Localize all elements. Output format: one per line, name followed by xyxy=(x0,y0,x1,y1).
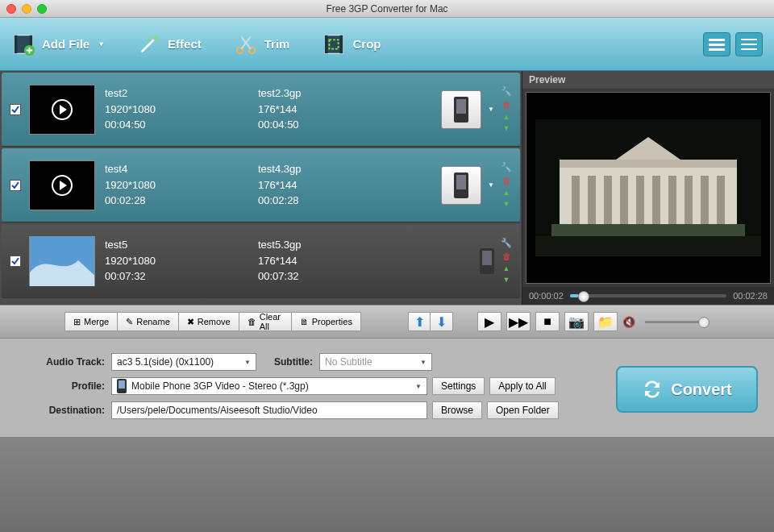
file-resolution: 1920*1080 xyxy=(105,102,258,118)
svg-rect-34 xyxy=(685,176,693,224)
properties-button[interactable]: 🗎Properties xyxy=(292,312,361,331)
volume-slider[interactable] xyxy=(645,321,710,323)
row-down-icon[interactable]: ▼ xyxy=(503,200,510,208)
check-icon xyxy=(10,105,20,114)
row-delete-icon[interactable]: 🗑 xyxy=(502,100,511,110)
file-thumbnail[interactable] xyxy=(29,160,95,210)
stop-icon: ■ xyxy=(543,314,551,329)
dropdown-caret-icon: ▼ xyxy=(98,40,105,48)
remove-button[interactable]: ✖Remove xyxy=(179,312,239,331)
snapshot-button[interactable]: 📷 xyxy=(564,312,589,331)
view-menu-button[interactable] xyxy=(735,32,763,56)
svg-rect-38 xyxy=(535,236,761,256)
svg-rect-24 xyxy=(560,160,737,232)
file-row[interactable]: test51920*108000:07:32test5.3gp176*14400… xyxy=(2,224,520,298)
file-thumbnail[interactable] xyxy=(29,85,95,135)
fast-forward-button[interactable]: ▶▶ xyxy=(506,312,531,331)
row-settings-icon[interactable]: 🔧 xyxy=(501,86,512,97)
folder-icon: 📁 xyxy=(597,314,614,330)
subtitle-dropdown[interactable]: No Subtitle▼ xyxy=(319,353,432,371)
file-row[interactable]: test41920*108000:02:28test4.3gp176*14400… xyxy=(2,148,520,222)
pencil-icon: ✎ xyxy=(126,317,133,327)
output-resolution: 176*144 xyxy=(258,253,379,269)
file-name: test2 xyxy=(105,85,258,102)
stop-button[interactable]: ■ xyxy=(535,312,560,331)
view-list-button[interactable] xyxy=(703,32,730,56)
move-down-button[interactable]: ⬇ xyxy=(431,312,453,331)
crop-label: Crop xyxy=(352,37,381,51)
svg-rect-14 xyxy=(741,44,757,45)
preview-video[interactable] xyxy=(526,92,771,284)
output-resolution: 176*144 xyxy=(258,177,379,193)
titlebar: Free 3GP Converter for Mac xyxy=(0,0,774,18)
open-folder-button[interactable]: Open Folder xyxy=(487,401,559,419)
settings-button[interactable]: Settings xyxy=(432,377,485,395)
audio-track-dropdown[interactable]: ac3 5.1(side) (0x1100)▼ xyxy=(111,353,256,371)
close-window-button[interactable] xyxy=(6,4,16,14)
trim-button[interactable]: Trim xyxy=(234,32,290,56)
row-up-icon[interactable]: ▲ xyxy=(503,113,510,121)
browse-button[interactable]: Browse xyxy=(432,401,482,419)
file-row[interactable]: test21920*108000:04:50test2.3gp176*14400… xyxy=(2,73,520,147)
merge-icon: ⊞ xyxy=(73,317,81,327)
main-area: test21920*108000:04:50test2.3gp176*14400… xyxy=(0,71,774,305)
svg-rect-17 xyxy=(456,99,466,114)
x-icon: ✖ xyxy=(187,317,194,327)
effect-button[interactable]: Effect xyxy=(137,32,202,56)
output-device-button[interactable] xyxy=(441,166,481,205)
convert-button[interactable]: Convert xyxy=(616,366,758,413)
trim-label: Trim xyxy=(264,37,290,51)
doc-icon: 🗎 xyxy=(300,317,309,326)
row-up-icon[interactable]: ▲ xyxy=(503,264,510,272)
row-down-icon[interactable]: ▼ xyxy=(503,124,510,132)
svg-rect-1 xyxy=(15,35,18,53)
apply-to-all-button[interactable]: Apply to All xyxy=(489,377,555,395)
rename-label: Rename xyxy=(136,317,170,326)
play-button[interactable]: ▶ xyxy=(477,312,501,331)
file-duration: 00:07:32 xyxy=(105,268,258,285)
bottom-strip xyxy=(0,437,774,532)
profile-value: Mobile Phone 3GP Video - Stereo (*.3gp) xyxy=(131,380,309,392)
row-settings-icon[interactable]: 🔧 xyxy=(501,238,512,248)
svg-rect-11 xyxy=(709,44,725,46)
row-up-icon[interactable]: ▲ xyxy=(503,189,510,197)
svg-rect-12 xyxy=(709,48,725,51)
row-down-icon[interactable]: ▼ xyxy=(503,276,510,284)
file-name: test5 xyxy=(105,237,258,253)
minimize-window-button[interactable] xyxy=(22,4,31,14)
svg-rect-36 xyxy=(717,176,725,224)
svg-rect-15 xyxy=(741,48,757,50)
row-settings-icon[interactable]: 🔧 xyxy=(501,162,512,172)
merge-button[interactable]: ⊞Merge xyxy=(64,312,118,331)
profile-dropdown[interactable]: Mobile Phone 3GP Video - Stereo (*.3gp) … xyxy=(111,377,427,395)
file-checkbox[interactable] xyxy=(10,104,21,115)
profile-label: Profile: xyxy=(32,380,105,392)
row-delete-icon[interactable]: 🗑 xyxy=(502,251,511,261)
row-delete-icon[interactable]: 🗑 xyxy=(502,176,511,185)
rename-button[interactable]: ✎Rename xyxy=(118,312,179,331)
main-toolbar: Add File ▼ Effect Trim Crop xyxy=(0,18,774,71)
traffic-lights xyxy=(6,4,47,14)
svg-rect-37 xyxy=(551,224,745,236)
add-file-button[interactable]: Add File ▼ xyxy=(11,32,105,56)
preview-label: Preview xyxy=(522,71,774,89)
move-up-button[interactable]: ⬆ xyxy=(408,312,431,331)
svg-rect-10 xyxy=(709,39,725,41)
zoom-window-button[interactable] xyxy=(37,4,47,14)
open-snapshot-folder-button[interactable]: 📁 xyxy=(593,312,618,331)
crop-button[interactable]: Crop xyxy=(322,32,381,56)
file-checkbox[interactable] xyxy=(10,256,21,267)
svg-rect-31 xyxy=(636,176,644,224)
svg-rect-25 xyxy=(560,160,737,168)
output-device-button[interactable] xyxy=(441,90,481,129)
trash-icon: 🗑 xyxy=(248,317,256,326)
clear-all-button[interactable]: 🗑Clear All xyxy=(239,312,292,331)
preview-seek-slider[interactable] xyxy=(570,294,726,297)
action-bar: ⊞Merge ✎Rename ✖Remove 🗑Clear All 🗎Prope… xyxy=(0,305,774,339)
file-checkbox[interactable] xyxy=(10,180,21,191)
destination-field[interactable]: /Users/pele/Documents/Aiseesoft Studio/V… xyxy=(111,401,427,419)
svg-rect-30 xyxy=(620,176,628,224)
file-thumbnail[interactable] xyxy=(29,236,95,286)
output-duration: 00:07:32 xyxy=(258,268,379,285)
camera-icon: 📷 xyxy=(568,314,585,330)
